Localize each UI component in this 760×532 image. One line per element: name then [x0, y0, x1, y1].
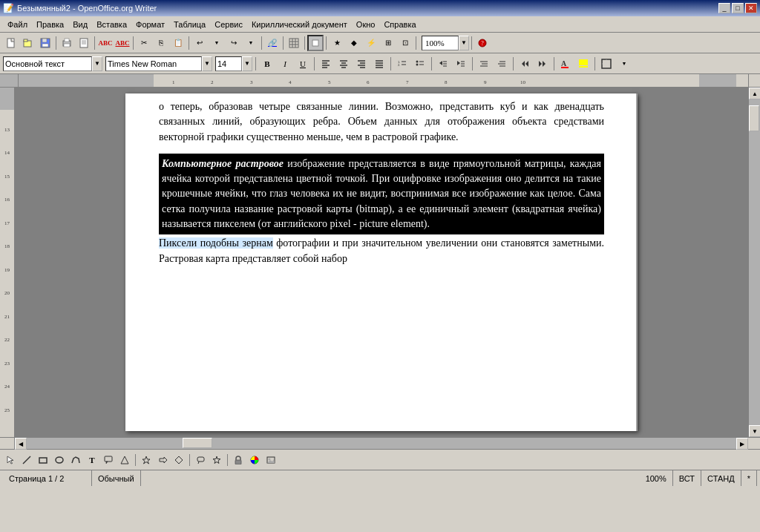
- new-button[interactable]: [3, 35, 19, 51]
- table-button[interactable]: [286, 35, 302, 51]
- menu-tools[interactable]: Сервис: [210, 19, 247, 30]
- scroll-down-button[interactable]: ▼: [749, 425, 760, 437]
- current-style: Обычный: [98, 474, 134, 483]
- minimize-button[interactable]: _: [718, 3, 730, 13]
- scroll-up-button[interactable]: ▲: [749, 88, 760, 99]
- ruler-mark-5: 5: [328, 79, 331, 85]
- menu-cyrillic[interactable]: Кириллический документ: [247, 19, 352, 30]
- menu-insert[interactable]: Вставка: [92, 19, 131, 30]
- bold-button[interactable]: B: [259, 56, 275, 72]
- toolbar-separator-5: [261, 36, 262, 50]
- ruler-mark-10: 10: [520, 79, 525, 85]
- menu-edit[interactable]: Правка: [32, 19, 68, 30]
- basic-shapes-tool[interactable]: [117, 453, 132, 467]
- hyperlink-button[interactable]: 🔗: [264, 35, 281, 51]
- open-button[interactable]: [20, 35, 36, 51]
- close-button[interactable]: ✕: [745, 3, 757, 13]
- menu-window[interactable]: Окно: [352, 19, 380, 30]
- svg-text:A: A: [561, 59, 567, 68]
- print-button[interactable]: [59, 35, 75, 51]
- style-dropdown-arrow[interactable]: ▼: [92, 56, 102, 71]
- redo-arrow[interactable]: ▼: [243, 35, 259, 51]
- font-dropdown[interactable]: Times New Roman: [105, 56, 202, 71]
- indent-more-4[interactable]: [534, 56, 551, 72]
- undo-button[interactable]: ↩: [191, 35, 208, 51]
- undo-arrow[interactable]: ▼: [209, 35, 225, 51]
- lock-button[interactable]: [231, 453, 246, 467]
- font-dropdown-arrow[interactable]: ▼: [202, 56, 212, 71]
- menu-format[interactable]: Формат: [131, 19, 169, 30]
- border-arrow[interactable]: ▼: [616, 56, 632, 72]
- indent-button[interactable]: [453, 56, 469, 72]
- preview-button[interactable]: [76, 35, 92, 51]
- scroll-thumb[interactable]: [749, 105, 759, 131]
- spellcheck-button[interactable]: ABC: [97, 35, 114, 51]
- maximize-button[interactable]: □: [732, 3, 744, 13]
- text-tool[interactable]: T: [85, 453, 99, 467]
- style-dropdown[interactable]: Основной текст: [3, 56, 92, 71]
- rect-tool[interactable]: [36, 453, 50, 467]
- font-selector: Times New Roman ▼: [105, 56, 212, 71]
- callout-tool[interactable]: [101, 453, 116, 467]
- flowchart-tool[interactable]: [171, 453, 186, 467]
- horizontal-scrollbar-area: ◀ ▶: [0, 437, 760, 449]
- numbering-button[interactable]: 1.2.: [394, 56, 410, 72]
- font-color-button[interactable]: A: [557, 56, 574, 72]
- menu-view[interactable]: Вид: [68, 19, 92, 30]
- svg-rect-18: [312, 40, 318, 46]
- indent-more-2[interactable]: [494, 56, 510, 72]
- v-ruler-15: 15: [0, 157, 14, 180]
- menu-table[interactable]: Таблица: [169, 19, 210, 30]
- outdent-button[interactable]: [435, 56, 451, 72]
- redo-button[interactable]: ↪: [226, 35, 242, 51]
- tb-help[interactable]: ?: [474, 35, 491, 51]
- fontsize-dropdown[interactable]: 14: [215, 56, 242, 71]
- block-arrows-tool[interactable]: [155, 453, 170, 467]
- polygon-tool[interactable]: [68, 453, 83, 467]
- cut-button[interactable]: ✂: [136, 35, 152, 51]
- highlight-color-button[interactable]: [575, 56, 592, 72]
- hscroll-right-button[interactable]: ▶: [736, 438, 748, 450]
- hscroll-thumb[interactable]: [183, 438, 212, 448]
- align-center-button[interactable]: [335, 56, 352, 72]
- menu-help[interactable]: Справка: [379, 19, 420, 30]
- align-right-button[interactable]: [353, 56, 370, 72]
- v-ruler-22: 22: [0, 321, 14, 344]
- bullets-button[interactable]: [412, 56, 428, 72]
- symbol-shapes-tool[interactable]: [139, 453, 154, 467]
- callouts-tool[interactable]: [193, 453, 208, 467]
- zoom-input[interactable]: 100%: [422, 36, 459, 50]
- paste-button[interactable]: 📋: [170, 35, 186, 51]
- save-button[interactable]: [37, 35, 53, 51]
- stars-tool[interactable]: [209, 453, 224, 467]
- zoom-dropdown[interactable]: ▼: [459, 36, 469, 50]
- ruler-mark-6: 6: [367, 79, 370, 85]
- spellcheck2-button[interactable]: ABC: [114, 35, 131, 51]
- underline-button[interactable]: U: [295, 56, 311, 72]
- line-tool[interactable]: [19, 453, 34, 467]
- indent-more-1[interactable]: [476, 56, 492, 72]
- select-tool[interactable]: [3, 453, 18, 467]
- hscroll-left-button[interactable]: ◀: [15, 438, 27, 450]
- justify-button[interactable]: [371, 56, 387, 72]
- copy-button[interactable]: ⎘: [153, 35, 169, 51]
- fontsize-selector: 14 ▼: [215, 56, 252, 71]
- menu-file[interactable]: Файл: [3, 19, 32, 30]
- tb-btn-4[interactable]: ⊞: [380, 35, 396, 51]
- border-button[interactable]: [598, 56, 615, 72]
- tb-btn-1[interactable]: ★: [329, 35, 345, 51]
- active-btn[interactable]: [307, 35, 324, 51]
- ellipse-tool[interactable]: [52, 453, 67, 467]
- fontsize-dropdown-arrow[interactable]: ▼: [242, 56, 252, 71]
- svg-point-73: [56, 457, 63, 463]
- color-palette-button[interactable]: [247, 453, 262, 467]
- image-button[interactable]: [263, 453, 278, 467]
- tb-btn-5[interactable]: ⊡: [397, 35, 413, 51]
- indent-more-3[interactable]: [517, 56, 533, 72]
- tb-btn-3[interactable]: ⚡: [363, 35, 379, 51]
- svg-point-43: [416, 63, 419, 65]
- align-left-button[interactable]: [318, 56, 334, 72]
- tb-btn-2[interactable]: ◆: [346, 35, 362, 51]
- italic-button[interactable]: I: [277, 56, 293, 72]
- ruler-track: 1 2 3 4 5 6 7 8 9 10: [19, 74, 748, 87]
